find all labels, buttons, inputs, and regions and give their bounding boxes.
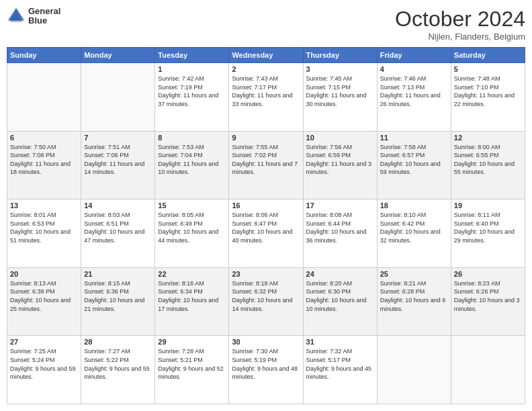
calendar-cell: 24Sunrise: 8:20 AM Sunset: 6:30 PM Dayli… — [303, 267, 377, 336]
calendar-cell — [377, 336, 451, 404]
calendar-week-3: 13Sunrise: 8:01 AM Sunset: 6:53 PM Dayli… — [7, 199, 525, 268]
day-header-sunday: Sunday — [7, 48, 81, 63]
calendar-page: General Blue October 2024 Nijlen, Flande… — [0, 0, 532, 411]
day-info: Sunrise: 7:46 AM Sunset: 7:13 PM Dayligh… — [380, 75, 448, 108]
calendar-cell: 31Sunrise: 7:32 AM Sunset: 5:17 PM Dayli… — [303, 336, 377, 404]
day-number: 19 — [454, 201, 522, 210]
title-section: October 2024 Nijlen, Flanders, Belgium — [395, 7, 525, 42]
calendar-week-1: 1Sunrise: 7:42 AM Sunset: 7:19 PM Daylig… — [7, 63, 525, 132]
day-number: 15 — [158, 201, 226, 210]
logo-icon — [7, 7, 26, 26]
day-number: 28 — [84, 338, 152, 346]
calendar-cell: 8Sunrise: 7:53 AM Sunset: 7:04 PM Daylig… — [155, 131, 229, 199]
calendar-cell: 2Sunrise: 7:43 AM Sunset: 7:17 PM Daylig… — [229, 63, 303, 132]
day-number: 1 — [158, 65, 226, 73]
day-info: Sunrise: 8:13 AM Sunset: 6:38 PM Dayligh… — [10, 279, 78, 313]
logo-line2: Blue — [28, 16, 60, 26]
day-info: Sunrise: 8:16 AM Sunset: 6:34 PM Dayligh… — [158, 279, 226, 313]
day-number: 20 — [10, 270, 78, 278]
month-title: October 2024 — [395, 7, 525, 32]
day-header-thursday: Thursday — [303, 48, 377, 63]
day-info: Sunrise: 8:06 AM Sunset: 6:47 PM Dayligh… — [232, 211, 300, 244]
day-number: 16 — [232, 201, 300, 210]
calendar-header-row: SundayMondayTuesdayWednesdayThursdayFrid… — [7, 48, 525, 63]
day-number: 14 — [84, 201, 152, 210]
calendar-cell: 29Sunrise: 7:28 AM Sunset: 5:21 PM Dayli… — [155, 336, 229, 404]
calendar-cell: 11Sunrise: 7:58 AM Sunset: 6:57 PM Dayli… — [377, 131, 451, 199]
calendar-cell — [451, 336, 525, 404]
day-info: Sunrise: 8:03 AM Sunset: 6:51 PM Dayligh… — [84, 211, 152, 244]
calendar-cell: 13Sunrise: 8:01 AM Sunset: 6:53 PM Dayli… — [7, 199, 81, 268]
day-info: Sunrise: 8:10 AM Sunset: 6:42 PM Dayligh… — [380, 211, 448, 244]
day-info: Sunrise: 7:58 AM Sunset: 6:57 PM Dayligh… — [380, 143, 448, 177]
day-info: Sunrise: 7:30 AM Sunset: 5:19 PM Dayligh… — [232, 347, 300, 381]
day-number: 26 — [454, 270, 522, 278]
calendar-cell: 20Sunrise: 8:13 AM Sunset: 6:38 PM Dayli… — [7, 267, 81, 336]
day-header-wednesday: Wednesday — [229, 48, 303, 63]
day-info: Sunrise: 7:43 AM Sunset: 7:17 PM Dayligh… — [232, 75, 300, 108]
day-number: 6 — [10, 134, 78, 142]
day-info: Sunrise: 7:42 AM Sunset: 7:19 PM Dayligh… — [158, 75, 226, 108]
day-number: 17 — [306, 201, 374, 210]
calendar-cell — [7, 63, 81, 132]
day-info: Sunrise: 8:23 AM Sunset: 6:26 PM Dayligh… — [454, 279, 522, 313]
calendar-cell: 17Sunrise: 8:08 AM Sunset: 6:44 PM Dayli… — [303, 199, 377, 268]
calendar-cell: 22Sunrise: 8:16 AM Sunset: 6:34 PM Dayli… — [155, 267, 229, 336]
calendar-cell: 27Sunrise: 7:25 AM Sunset: 5:24 PM Dayli… — [7, 336, 81, 404]
day-info: Sunrise: 7:53 AM Sunset: 7:04 PM Dayligh… — [158, 143, 226, 177]
day-number: 27 — [10, 338, 78, 346]
day-number: 3 — [306, 65, 374, 73]
calendar-cell: 9Sunrise: 7:55 AM Sunset: 7:02 PM Daylig… — [229, 131, 303, 199]
day-info: Sunrise: 8:05 AM Sunset: 6:49 PM Dayligh… — [158, 211, 226, 244]
logo: General Blue — [7, 7, 60, 26]
day-info: Sunrise: 8:21 AM Sunset: 6:28 PM Dayligh… — [380, 279, 448, 313]
day-number: 10 — [306, 134, 374, 142]
day-number: 22 — [158, 270, 226, 278]
calendar-cell: 23Sunrise: 8:18 AM Sunset: 6:32 PM Dayli… — [229, 267, 303, 336]
day-info: Sunrise: 8:00 AM Sunset: 6:55 PM Dayligh… — [454, 143, 522, 177]
day-number: 13 — [10, 201, 78, 210]
day-info: Sunrise: 7:27 AM Sunset: 5:22 PM Dayligh… — [84, 347, 152, 381]
day-info: Sunrise: 8:01 AM Sunset: 6:53 PM Dayligh… — [10, 211, 78, 244]
logo-text: General Blue — [28, 7, 60, 26]
day-info: Sunrise: 8:11 AM Sunset: 6:40 PM Dayligh… — [454, 211, 522, 244]
header: General Blue October 2024 Nijlen, Flande… — [7, 7, 525, 42]
calendar-week-2: 6Sunrise: 7:50 AM Sunset: 7:08 PM Daylig… — [7, 131, 525, 199]
day-number: 21 — [84, 270, 152, 278]
day-number: 25 — [380, 270, 448, 278]
day-number: 29 — [158, 338, 226, 346]
day-number: 18 — [380, 201, 448, 210]
calendar-cell: 5Sunrise: 7:48 AM Sunset: 7:10 PM Daylig… — [451, 63, 525, 132]
calendar-cell: 16Sunrise: 8:06 AM Sunset: 6:47 PM Dayli… — [229, 199, 303, 268]
day-number: 2 — [232, 65, 300, 73]
day-header-monday: Monday — [81, 48, 155, 63]
calendar-week-4: 20Sunrise: 8:13 AM Sunset: 6:38 PM Dayli… — [7, 267, 525, 336]
logo-line1: General — [28, 7, 60, 16]
calendar-week-5: 27Sunrise: 7:25 AM Sunset: 5:24 PM Dayli… — [7, 336, 525, 404]
day-info: Sunrise: 7:45 AM Sunset: 7:15 PM Dayligh… — [306, 75, 374, 108]
day-header-tuesday: Tuesday — [155, 48, 229, 63]
day-number: 30 — [232, 338, 300, 346]
day-number: 8 — [158, 134, 226, 142]
calendar-cell: 12Sunrise: 8:00 AM Sunset: 6:55 PM Dayli… — [451, 131, 525, 199]
location: Nijlen, Flanders, Belgium — [395, 32, 525, 42]
calendar-cell: 4Sunrise: 7:46 AM Sunset: 7:13 PM Daylig… — [377, 63, 451, 132]
day-info: Sunrise: 7:55 AM Sunset: 7:02 PM Dayligh… — [232, 143, 300, 177]
day-number: 5 — [454, 65, 522, 73]
day-info: Sunrise: 8:15 AM Sunset: 6:36 PM Dayligh… — [84, 279, 152, 313]
day-info: Sunrise: 7:32 AM Sunset: 5:17 PM Dayligh… — [306, 347, 374, 381]
calendar-cell: 21Sunrise: 8:15 AM Sunset: 6:36 PM Dayli… — [81, 267, 155, 336]
day-number: 4 — [380, 65, 448, 73]
day-number: 7 — [84, 134, 152, 142]
day-info: Sunrise: 8:20 AM Sunset: 6:30 PM Dayligh… — [306, 279, 374, 313]
day-info: Sunrise: 7:56 AM Sunset: 6:59 PM Dayligh… — [306, 143, 374, 177]
day-info: Sunrise: 7:25 AM Sunset: 5:24 PM Dayligh… — [10, 347, 78, 381]
calendar-cell: 25Sunrise: 8:21 AM Sunset: 6:28 PM Dayli… — [377, 267, 451, 336]
day-info: Sunrise: 8:08 AM Sunset: 6:44 PM Dayligh… — [306, 211, 374, 244]
calendar-cell: 14Sunrise: 8:03 AM Sunset: 6:51 PM Dayli… — [81, 199, 155, 268]
calendar-cell — [81, 63, 155, 132]
day-number: 24 — [306, 270, 374, 278]
day-number: 23 — [232, 270, 300, 278]
day-info: Sunrise: 7:28 AM Sunset: 5:21 PM Dayligh… — [158, 347, 226, 381]
calendar-cell: 1Sunrise: 7:42 AM Sunset: 7:19 PM Daylig… — [155, 63, 229, 132]
